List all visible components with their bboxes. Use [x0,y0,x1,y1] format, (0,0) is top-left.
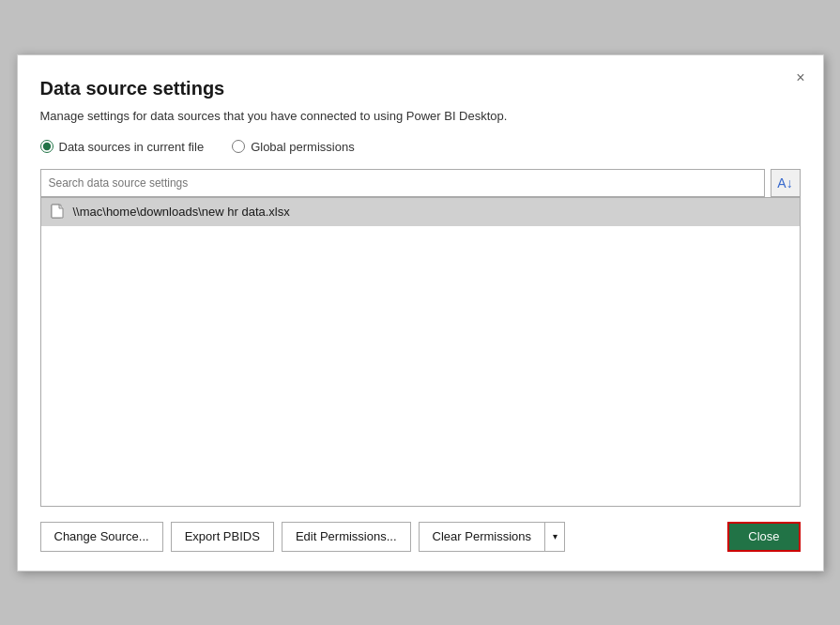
dialog-description: Manage settings for data sources that yo… [40,109,801,123]
edit-permissions-button[interactable]: Edit Permissions... [282,522,411,552]
file-icon [51,204,66,221]
change-source-button[interactable]: Change Source... [40,522,163,552]
data-source-settings-dialog: × Data source settings Manage settings f… [17,54,824,572]
search-row: A↓ [40,169,801,197]
clear-permissions-dropdown-button[interactable]: ▾ [544,522,565,552]
clear-permissions-button[interactable]: Clear Permissions [419,522,544,552]
bottom-buttons: Change Source... Export PBIDS Edit Permi… [40,522,801,552]
datasource-path: \\mac\home\downloads\new hr data.xlsx [73,205,290,219]
radio-group: Data sources in current file Global perm… [40,140,801,154]
radio-current-file-label: Data sources in current file [59,140,205,154]
dialog-title: Data source settings [40,78,801,99]
radio-current-file-input[interactable] [40,140,53,153]
close-button[interactable]: Close [727,522,800,552]
close-x-button[interactable]: × [791,69,809,87]
sort-icon: A↓ [777,175,792,191]
radio-global-permissions-input[interactable] [232,140,245,153]
sort-button[interactable]: A↓ [771,169,801,197]
datasource-list: \\mac\home\downloads\new hr data.xlsx [40,197,801,507]
radio-current-file[interactable]: Data sources in current file [40,140,205,154]
left-buttons: Change Source... Export PBIDS Edit Permi… [40,522,566,552]
search-input[interactable] [40,169,765,197]
datasource-item[interactable]: \\mac\home\downloads\new hr data.xlsx [41,198,800,226]
radio-global-permissions-label: Global permissions [251,140,355,154]
radio-global-permissions[interactable]: Global permissions [232,140,355,154]
chevron-down-icon: ▾ [553,531,557,541]
clear-permissions-group: Clear Permissions ▾ [419,522,565,552]
export-pbids-button[interactable]: Export PBIDS [171,522,274,552]
